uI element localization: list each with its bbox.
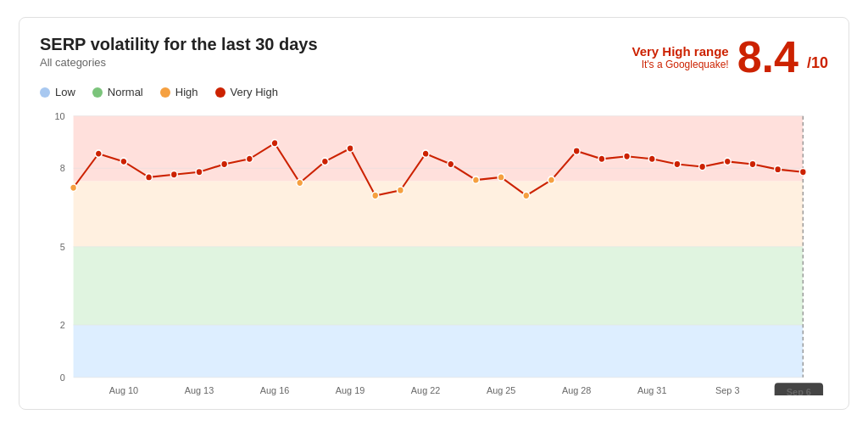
legend-item-high: High bbox=[160, 86, 198, 98]
data-dot-28 bbox=[775, 165, 782, 173]
data-dot-19 bbox=[548, 176, 555, 184]
data-dot-9 bbox=[297, 179, 303, 187]
range-title: Very High range bbox=[632, 44, 728, 59]
y-label-5: 5 bbox=[60, 242, 65, 252]
legend-dot-very-high bbox=[215, 87, 225, 98]
x-label-aug22: Aug 22 bbox=[411, 385, 440, 395]
data-dot-2 bbox=[120, 158, 127, 165]
data-dot-10 bbox=[321, 158, 328, 165]
data-dot-27 bbox=[749, 160, 756, 168]
data-dot-6 bbox=[221, 160, 228, 168]
chart-legend: Low Normal High Very High bbox=[40, 86, 828, 98]
data-dot-29 bbox=[799, 168, 806, 176]
chart-svg: 10 8 5 2 0 bbox=[40, 107, 828, 395]
data-dot-13 bbox=[397, 187, 403, 194]
score-denominator: /10 bbox=[807, 54, 828, 79]
x-label-sep3: Sep 3 bbox=[715, 385, 739, 395]
y-label-8: 8 bbox=[60, 163, 65, 173]
range-sub: It's a Googlequake! bbox=[632, 59, 728, 70]
serp-volatility-card: SERP volatility for the last 30 days All… bbox=[19, 17, 849, 410]
x-label-aug28: Aug 28 bbox=[562, 385, 591, 395]
data-dot-17 bbox=[498, 174, 504, 182]
data-dot-11 bbox=[347, 145, 353, 153]
data-dot-18 bbox=[523, 192, 530, 199]
header-left: SERP volatility for the last 30 days All… bbox=[40, 35, 318, 69]
card-subtitle: All categories bbox=[40, 56, 318, 69]
data-dot-12 bbox=[372, 192, 379, 199]
legend-dot-low bbox=[40, 87, 50, 98]
data-dot-24 bbox=[674, 160, 681, 168]
y-label-0: 0 bbox=[60, 372, 65, 383]
legend-item-normal: Normal bbox=[92, 86, 143, 98]
data-dot-22 bbox=[624, 153, 631, 160]
x-label-sep6: Sep 6 bbox=[787, 387, 811, 395]
x-label-aug13: Aug 13 bbox=[185, 385, 214, 395]
x-label-aug31: Aug 31 bbox=[637, 385, 666, 395]
legend-label-low: Low bbox=[55, 86, 75, 98]
data-dot-26 bbox=[724, 158, 731, 165]
data-dot-15 bbox=[448, 160, 454, 168]
legend-label-very-high: Very High bbox=[231, 86, 278, 98]
card-title: SERP volatility for the last 30 days bbox=[40, 35, 318, 54]
data-dot-21 bbox=[598, 155, 605, 163]
zone-very-high bbox=[74, 116, 804, 182]
x-label-aug19: Aug 19 bbox=[336, 385, 364, 395]
data-dot-1 bbox=[95, 150, 102, 158]
x-label-aug10: Aug 10 bbox=[109, 385, 138, 395]
zone-low bbox=[74, 325, 804, 378]
legend-item-very-high: Very High bbox=[215, 86, 278, 98]
data-dot-0 bbox=[70, 184, 77, 192]
y-label-2: 2 bbox=[60, 320, 65, 330]
zone-high bbox=[74, 182, 804, 247]
legend-label-normal: Normal bbox=[108, 86, 143, 98]
legend-item-low: Low bbox=[40, 86, 75, 98]
x-label-aug25: Aug 25 bbox=[487, 385, 515, 395]
range-label: Very High range It's a Googlequake! bbox=[632, 44, 728, 70]
zone-normal bbox=[74, 247, 804, 325]
header-right: Very High range It's a Googlequake! 8.4 … bbox=[632, 35, 828, 79]
legend-label-high: High bbox=[175, 86, 198, 98]
data-dot-20 bbox=[573, 148, 580, 155]
data-dot-7 bbox=[246, 155, 253, 163]
data-dot-4 bbox=[170, 171, 177, 179]
x-label-aug16: Aug 16 bbox=[260, 385, 289, 395]
data-dot-23 bbox=[648, 155, 655, 163]
data-dot-14 bbox=[422, 150, 429, 158]
card-header: SERP volatility for the last 30 days All… bbox=[40, 35, 828, 79]
chart-area: 10 8 5 2 0 bbox=[40, 107, 828, 395]
data-dot-16 bbox=[473, 176, 480, 184]
data-dot-8 bbox=[271, 140, 278, 148]
volatility-score: 8.4 bbox=[737, 35, 798, 79]
legend-dot-normal bbox=[92, 87, 103, 98]
data-dot-25 bbox=[699, 163, 706, 171]
y-label-10: 10 bbox=[55, 111, 65, 121]
data-dot-5 bbox=[196, 168, 203, 176]
data-dot-3 bbox=[146, 174, 153, 182]
legend-dot-high bbox=[160, 87, 170, 98]
